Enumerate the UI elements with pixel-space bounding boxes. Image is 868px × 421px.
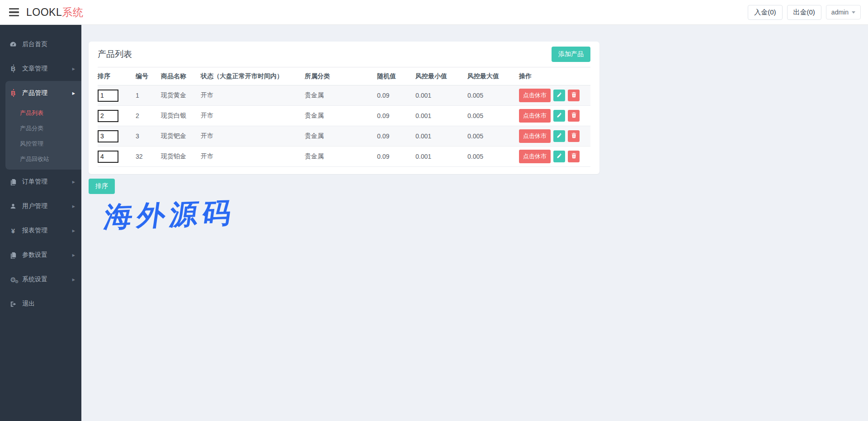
col-header-category: 所属分类	[305, 67, 377, 85]
cell-id: 32	[136, 147, 161, 167]
sort-button[interactable]: 排序	[89, 179, 115, 194]
edit-icon	[557, 112, 562, 119]
chevron-right-icon: ▶	[72, 229, 75, 233]
sidebar-item-dashboard[interactable]: 后台首页	[0, 32, 81, 57]
delete-button[interactable]	[568, 110, 580, 122]
menu-toggle-icon[interactable]	[9, 8, 19, 17]
page-title: 产品列表	[98, 48, 132, 60]
deposit-button[interactable]: 入金(0)	[748, 5, 782, 20]
col-header-risk-min: 风控最小值	[415, 67, 467, 85]
sort-input[interactable]	[98, 151, 118, 163]
chevron-right-icon: ▶	[72, 278, 75, 282]
sidebar-subitem-product-list[interactable]: 产品列表	[5, 105, 81, 121]
table-row: 1 现货黄金 开市 贵金属 0.09 0.001 0.005 点击休市	[98, 85, 590, 106]
main-content: 产品列表 添加产品 排序 编号 商品名称 状态（大盘正常开市时间内） 所属分类 …	[81, 25, 868, 421]
cell-risk-min: 0.001	[415, 147, 467, 167]
brand-logo[interactable]: LOOKL系统	[26, 5, 83, 19]
trash-icon	[571, 112, 577, 119]
add-product-button[interactable]: 添加产品	[552, 47, 590, 62]
user-menu[interactable]: admin	[826, 5, 861, 19]
cell-risk-max: 0.005	[467, 147, 519, 167]
col-header-status: 状态（大盘正常开市时间内）	[201, 67, 305, 85]
copy-icon	[9, 251, 17, 259]
panel-header: 产品列表 添加产品	[98, 42, 590, 67]
trash-icon	[571, 132, 577, 140]
cell-category: 贵金属	[305, 85, 377, 106]
cell-id: 3	[136, 126, 161, 147]
cell-name: 现货白银	[161, 106, 201, 126]
sidebar-subitem-product-category[interactable]: 产品分类	[5, 121, 81, 136]
close-market-button[interactable]: 点击休市	[519, 109, 551, 123]
chevron-right-icon: ▶	[72, 204, 75, 208]
col-header-id: 编号	[136, 67, 161, 85]
sidebar: 后台首页 文章管理 ▶ 产品管理 ▶ 产品列表 产品分类 风控管理 产品回收站	[0, 25, 81, 421]
cell-category: 贵金属	[305, 106, 377, 126]
close-market-button[interactable]: 点击休市	[519, 150, 551, 163]
sidebar-subitem-risk-control[interactable]: 风控管理	[5, 136, 81, 151]
sort-input[interactable]	[98, 90, 118, 102]
sidebar-item-parameters[interactable]: 参数设置 ▶	[0, 243, 81, 267]
cell-id: 2	[136, 106, 161, 126]
sort-input[interactable]	[98, 130, 118, 142]
chevron-right-icon: ▶	[72, 180, 75, 184]
col-header-risk-max: 风控最大值	[467, 67, 519, 85]
sidebar-item-products[interactable]: 产品管理 ▶	[5, 81, 81, 105]
sort-input[interactable]	[98, 110, 118, 122]
cell-random: 0.09	[377, 106, 415, 126]
user-name: admin	[831, 9, 849, 16]
chevron-right-icon: ▶	[72, 253, 75, 257]
chevron-right-icon: ▶	[72, 91, 75, 95]
table-header-row: 排序 编号 商品名称 状态（大盘正常开市时间内） 所属分类 随机值 风控最小值 …	[98, 67, 590, 85]
sidebar-item-users[interactable]: 用户管理 ▶	[0, 194, 81, 218]
row-actions: 点击休市	[519, 150, 590, 163]
products-submenu: 产品列表 产品分类 风控管理 产品回收站	[5, 105, 81, 167]
sidebar-item-orders[interactable]: 订单管理 ▶	[0, 170, 81, 194]
sidebar-item-articles[interactable]: 文章管理 ▶	[0, 57, 81, 81]
edit-icon	[557, 153, 562, 160]
btc-icon	[9, 90, 17, 97]
sidebar-item-reports[interactable]: 报表管理 ▶	[0, 218, 81, 243]
edit-button[interactable]	[553, 110, 565, 122]
delete-button[interactable]	[568, 90, 580, 101]
sidebar-item-system-settings[interactable]: 系统设置 ▶	[0, 267, 81, 292]
edit-icon	[557, 92, 562, 99]
table-row: 2 现货白银 开市 贵金属 0.09 0.001 0.005 点击休市	[98, 106, 590, 126]
edit-button[interactable]	[553, 90, 565, 101]
edit-button[interactable]	[553, 151, 565, 162]
close-market-button[interactable]: 点击休市	[519, 129, 551, 143]
close-market-button[interactable]: 点击休市	[519, 89, 551, 102]
cell-risk-max: 0.005	[467, 126, 519, 147]
sidebar-subitem-product-recycle[interactable]: 产品回收站	[5, 151, 81, 167]
cell-risk-min: 0.001	[415, 106, 467, 126]
edit-button[interactable]	[553, 130, 565, 142]
withdraw-button[interactable]: 出金(0)	[787, 5, 821, 20]
sidebar-item-logout[interactable]: 退出	[0, 292, 81, 316]
topbar-actions: 入金(0) 出金(0) admin	[748, 5, 861, 20]
cell-name: 现货钯金	[161, 126, 201, 147]
cell-status: 开市	[201, 147, 305, 167]
table-row: 32 现货铂金 开市 贵金属 0.09 0.001 0.005 点击休市	[98, 147, 590, 167]
table-row: 3 现货钯金 开市 贵金属 0.09 0.001 0.005 点击休市	[98, 126, 590, 147]
cell-name: 现货黄金	[161, 85, 201, 106]
product-list-panel: 产品列表 添加产品 排序 编号 商品名称 状态（大盘正常开市时间内） 所属分类 …	[89, 42, 599, 174]
trash-icon	[571, 92, 577, 99]
edit-icon	[557, 132, 562, 140]
watermark: 海外源码	[102, 194, 238, 236]
yen-icon	[9, 227, 17, 234]
delete-button[interactable]	[568, 130, 580, 142]
cell-status: 开市	[201, 85, 305, 106]
row-actions: 点击休市	[519, 89, 590, 102]
row-actions: 点击休市	[519, 109, 590, 123]
sidebar-menu: 后台首页 文章管理 ▶ 产品管理 ▶ 产品列表 产品分类 风控管理 产品回收站	[0, 32, 81, 316]
cell-random: 0.09	[377, 126, 415, 147]
btc-icon	[9, 65, 17, 72]
cell-status: 开市	[201, 106, 305, 126]
delete-button[interactable]	[568, 151, 580, 162]
sidebar-group-products: 产品管理 ▶ 产品列表 产品分类 风控管理 产品回收站	[5, 81, 81, 170]
cell-random: 0.09	[377, 85, 415, 106]
product-table: 排序 编号 商品名称 状态（大盘正常开市时间内） 所属分类 随机值 风控最小值 …	[98, 67, 590, 167]
gears-icon	[9, 276, 17, 283]
copy-icon	[9, 178, 17, 185]
cell-risk-min: 0.001	[415, 126, 467, 147]
cell-category: 贵金属	[305, 147, 377, 167]
